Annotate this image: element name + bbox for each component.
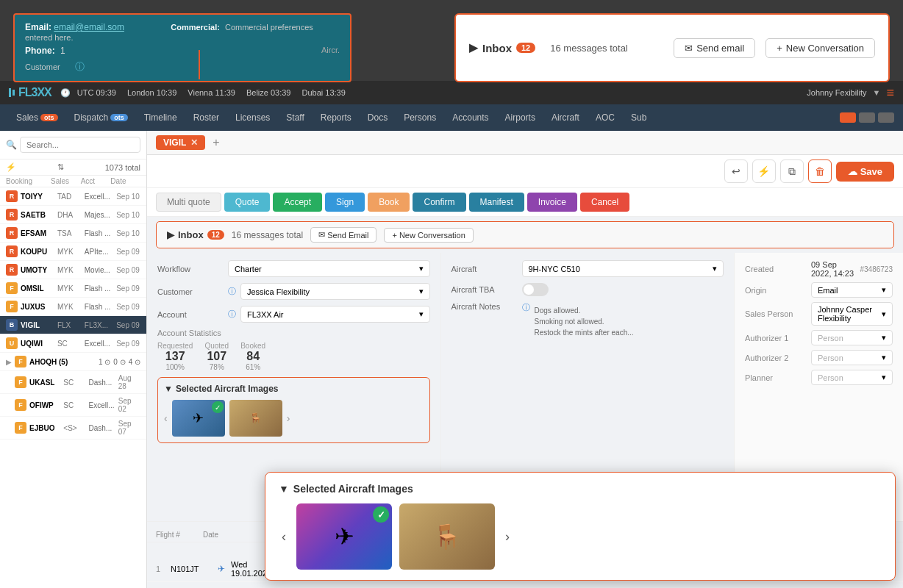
sidebar-row-uqiwi[interactable]: U UQIWI SC Excell... Sep 09: [0, 334, 146, 353]
info-icon[interactable]: ⓘ: [75, 60, 85, 74]
nav-toggle-3[interactable]: [878, 112, 894, 123]
created-value: 09 Sep 2022, 14:23: [811, 260, 857, 278]
nav-roster[interactable]: Roster: [186, 108, 226, 127]
sidebar-row-vigil[interactable]: B VIGIL FLX FL3X... Sep 09: [0, 316, 146, 334]
panel-new-conversation-button[interactable]: + New Conversation: [384, 228, 473, 243]
search-input[interactable]: [20, 137, 140, 153]
bottom-aircraft-image-interior[interactable]: 🪑: [399, 503, 495, 570]
carousel-next-button[interactable]: ›: [287, 412, 290, 424]
invoice-button[interactable]: Invoice: [527, 193, 577, 212]
user-dropdown-icon[interactable]: ▼: [873, 88, 881, 97]
sidebar-row-ukasl[interactable]: F UKASL SC Dash... Aug 28: [0, 371, 146, 394]
panel-send-email-button[interactable]: ✉ Send Email: [310, 227, 376, 243]
panel-inbox-total: 16 messages total: [232, 230, 303, 240]
aircraft-select[interactable]: 9H-NYC C510 ▾: [522, 260, 724, 277]
belize-time: Belize 03:39: [242, 88, 296, 97]
sidebar-row-saetb[interactable]: R SAETB DHA Majes... Sep 10: [0, 206, 146, 224]
inbox-label: Inbox: [482, 42, 512, 54]
copy-button[interactable]: ⧉: [780, 159, 804, 183]
bottom-prev-button[interactable]: ‹: [279, 529, 289, 545]
aircraft-image-interior[interactable]: 🪑: [229, 400, 282, 437]
sidebar-row-ejbuo[interactable]: F EJBUO <S> Dash... Sep 07: [0, 417, 146, 440]
menu-icon[interactable]: ≡: [886, 85, 894, 101]
sort-icon[interactable]: ⇅: [57, 162, 64, 172]
customer-select[interactable]: Jessica Flexibility ▾: [240, 283, 430, 300]
authorizer1-value: Person: [818, 334, 843, 343]
customer-label: Customer: [25, 62, 60, 71]
nav-reports[interactable]: Reports: [313, 108, 359, 127]
row-acct: APIte...: [85, 248, 113, 256]
panel-inbox-label[interactable]: ▶ Inbox 12: [167, 229, 224, 240]
notes-info-icon[interactable]: ⓘ: [522, 302, 530, 313]
bottom-aircraft-image-plane[interactable]: ✈ ✓: [296, 503, 392, 570]
nav-dispatch[interactable]: Dispatch ots: [67, 108, 135, 127]
sidebar-row-ofiwp[interactable]: F OFIWP SC Excell... Sep 02: [0, 394, 146, 417]
account-select[interactable]: FL3XX Air ▾: [240, 306, 430, 323]
sign-button[interactable]: Sign: [325, 193, 365, 212]
sidebar-row-toiyy[interactable]: R TOIYY TAD Excell... Sep 10: [0, 187, 146, 206]
planner-select[interactable]: Person ▾: [811, 370, 893, 385]
aircraft-label: Aircraft: [452, 265, 518, 273]
origin-select[interactable]: Email ▾: [811, 282, 893, 298]
sidebar-row-efsam[interactable]: R EFSAM TSA Flash ... Sep 10: [0, 224, 146, 243]
booking-tab-vigil[interactable]: VIGIL ✕: [156, 135, 205, 150]
nav-licenses[interactable]: Licenses: [228, 108, 277, 127]
book-button[interactable]: Book: [368, 193, 410, 212]
bottom-next-button[interactable]: ›: [502, 529, 513, 545]
workflow-select[interactable]: Charter ▾: [228, 260, 430, 277]
origin-row: Origin Email ▾: [745, 282, 893, 298]
nav-toggle-1[interactable]: [840, 112, 856, 123]
sidebar-row-koupu[interactable]: R KOUPU MYK APIte... Sep 09: [0, 243, 146, 261]
nav-docs[interactable]: Docs: [360, 108, 395, 127]
add-tab-button[interactable]: +: [210, 136, 222, 149]
sidebar-row-umoty[interactable]: R UMOTY MYK Movie... Sep 09: [0, 261, 146, 279]
undo-button[interactable]: ↩: [724, 159, 748, 183]
close-tab-icon[interactable]: ✕: [190, 137, 198, 148]
nav-accounts[interactable]: Accounts: [445, 108, 496, 127]
nav-sub[interactable]: Sub: [624, 108, 654, 127]
nav-sales-label: Sales: [16, 112, 38, 123]
customer-info-icon[interactable]: ⓘ: [228, 286, 236, 297]
sidebar-row-ahoqh[interactable]: ▶ F AHOQH (5) 1 ⊙ 0 ⊙ 4 ⊙: [0, 353, 146, 371]
sidebar-row-omsil[interactable]: F OMSIL MYK Flash ... Sep 09: [0, 279, 146, 298]
nav-toggle-2[interactable]: [859, 112, 875, 123]
confirm-button[interactable]: Confirm: [413, 193, 465, 212]
nav-aoc[interactable]: AOC: [588, 108, 622, 127]
aircraft-image-plane[interactable]: ✈ ✓: [172, 400, 225, 437]
branch-button[interactable]: ⚡: [752, 159, 776, 183]
nav-persons[interactable]: Persons: [396, 108, 443, 127]
filter-icon[interactable]: ⚡: [6, 162, 16, 172]
authorizer2-select[interactable]: Person ▾: [811, 350, 893, 365]
nav-airports[interactable]: Airports: [498, 108, 543, 127]
images-collapse-icon[interactable]: ▼: [164, 384, 173, 394]
logo: FL3XX: [9, 86, 51, 99]
send-email-button[interactable]: ✉ Send email: [674, 38, 755, 58]
cancel-button[interactable]: Cancel: [580, 193, 629, 212]
row-date: Sep 10: [116, 229, 140, 237]
accept-button[interactable]: Accept: [273, 193, 322, 212]
new-conversation-button[interactable]: + New Conversation: [765, 38, 875, 58]
nav-roster-label: Roster: [193, 112, 219, 123]
inbox-button[interactable]: ▶ Inbox 12: [469, 41, 535, 54]
email-value[interactable]: email@email.som: [54, 22, 124, 32]
nav-sales[interactable]: Sales ots: [9, 108, 65, 127]
stat-booked-pct: 61%: [240, 363, 265, 371]
aircraft-tba-toggle[interactable]: [522, 283, 549, 296]
nav-aircraft[interactable]: Aircraft: [544, 108, 587, 127]
delete-button[interactable]: 🗑: [808, 159, 832, 183]
nav-staff[interactable]: Staff: [279, 108, 311, 127]
save-button[interactable]: ☁ Save: [836, 162, 894, 182]
nav-timeline[interactable]: Timeline: [137, 108, 185, 127]
manifest-button[interactable]: Manifest: [469, 193, 524, 212]
row-booking-id: UMOTY: [21, 266, 54, 274]
carousel-prev-button[interactable]: ‹: [164, 412, 168, 424]
sales-person-select[interactable]: Johnny Casper Flexibility ▾: [811, 302, 893, 326]
bottom-collapse-icon[interactable]: ▼: [279, 483, 289, 495]
authorizer1-select[interactable]: Person ▾: [811, 330, 893, 345]
quote-button[interactable]: Quote: [224, 193, 271, 212]
nav-aircraft-label: Aircraft: [552, 112, 579, 123]
sidebar-row-juxus[interactable]: F JUXUS MYK Flash ... Sep 09: [0, 298, 146, 316]
multi-quote-button[interactable]: Multi quote: [156, 193, 221, 212]
account-info-icon[interactable]: ⓘ: [228, 309, 236, 320]
row-date: Sep 09: [116, 248, 140, 256]
